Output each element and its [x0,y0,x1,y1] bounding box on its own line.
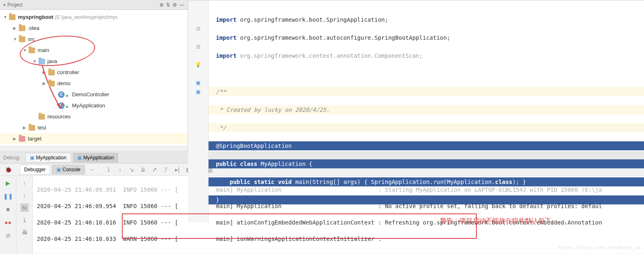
tree-label: demo [57,80,71,86]
tree-path: (E:\java_work\myproject\mys [55,14,117,20]
tab-label: MyApplication [36,155,67,161]
print-icon[interactable]: 🖶 [20,228,29,236]
console-area: ▶ ❚❚ ■ ●● ⊘ ↑ ↓ ⇆ ⤓ 🖶 2020-04-25 21:46:0… [0,176,644,254]
debugger-tab[interactable]: Debugger [20,165,50,175]
drop-frame-icon[interactable]: ⤴ [161,165,171,175]
source-folder-icon [38,59,45,64]
console-line: 2020-04-25 21:46:09.951 INFO 15060 --- [… [37,186,640,194]
stop-icon[interactable]: ■ [4,205,12,213]
tree-java[interactable]: ▼ java [0,56,188,67]
project-collapse-icon[interactable]: ▾ [3,2,6,8]
tree-label: controller [57,69,79,75]
step-over-icon[interactable]: ⤵ [104,165,114,175]
chevron-down-icon[interactable]: ▼ [33,59,38,64]
view-breakpoints-icon[interactable]: ●● [4,218,12,227]
chevron-right-icon[interactable]: ▶ [43,70,48,75]
project-header: ▾ Project ⊕ ⇅ ⚙ — [0,0,188,10]
console-side-toolbar: ↑ ↓ ⇆ ⤓ 🖶 [16,176,33,254]
folder-icon [29,48,35,53]
tree-label: resources [47,113,71,120]
debug-side-toolbar: ▶ ❚❚ ■ ●● ⊘ [0,176,16,254]
project-header-title: Project [7,2,159,8]
tree-label: test [38,125,46,131]
console-tab[interactable]: ▣Console [52,165,85,175]
tree-label: myspringboot [18,14,54,20]
tree-label: DemoController [72,91,109,98]
tree-label: .idea [28,25,39,31]
scroll-to-end-icon[interactable]: ⤓ [20,216,29,224]
step-down-icon[interactable]: ↓ [115,165,125,175]
tree-label: src [28,36,35,42]
scroll-down-icon[interactable]: ↓ [20,191,29,200]
pause-icon[interactable]: ❚❚ [4,192,12,200]
tree-label: java [47,58,57,64]
output-arrow-icon[interactable]: → [87,165,96,175]
tree-demo-controller[interactable]: C ▸ DemoController [0,89,188,100]
runnable-icon: ▸ [66,93,70,97]
folder-icon [19,25,25,31]
mute-breakpoints-icon[interactable]: ⊘ [4,231,12,240]
soft-wrap-icon[interactable]: ⇆ [20,204,29,212]
tree-idea[interactable]: ▶ .idea [0,23,188,34]
project-tool-window: ▾ Project ⊕ ⇅ ⚙ — ▼ myspringboot (E:\jav… [0,0,188,152]
bug-icon[interactable]: 🐞 [4,166,12,174]
tree-label: main [38,47,49,53]
module-icon [9,14,16,20]
project-settings-icon[interactable]: ⊕ [159,2,164,8]
runnable-icon: ▸ [66,104,70,108]
package-icon [48,81,55,86]
chevron-down-icon[interactable]: ▼ [3,15,9,19]
horizontal-scrollbar[interactable] [0,146,188,152]
intention-bulb-icon[interactable]: 💡 [188,60,208,69]
force-step-icon[interactable]: ⇊ [138,165,148,175]
console-output[interactable]: 2020-04-25 21:46:09.951 INFO 15060 --- [… [33,176,644,254]
tree-src[interactable]: ▼ src [0,34,188,45]
tree-label: target [28,136,41,142]
step-out-icon[interactable]: ↗ [150,165,159,175]
run-config-tab-1[interactable]: ▣ MyApplication [25,153,71,163]
watermark: https://blog.csdn.net/Annie_ya [559,244,640,252]
tree-my-application[interactable]: C ▸ MyApplication [0,100,188,111]
class-icon: C [58,102,65,109]
folder-icon [29,125,35,131]
run-to-cursor-icon[interactable]: ▸| [173,165,182,175]
annotation-warning-text: 警告：项目启动不能放在组件默认包下。。。 [440,217,571,225]
editor-panel: C DemoController.java × C MyApplication.… [188,0,644,152]
package-icon [48,70,55,75]
tree-test[interactable]: ▶ test [0,122,188,133]
scroll-up-icon[interactable]: ↑ [20,179,29,187]
tree-demo[interactable]: ▶ demo [0,78,188,89]
folder-icon [19,36,25,42]
chevron-down-icon[interactable]: ▼ [13,37,19,41]
console-line: 2020-04-25 21:46:09.954 INFO 15060 --- [… [37,202,640,210]
chevron-right-icon[interactable]: ▶ [13,26,19,30]
debug-label: Debug: [3,154,20,161]
class-icon: C [58,91,65,98]
chevron-right-icon[interactable]: ▶ [13,136,19,141]
annotation-warning-box [122,213,477,239]
step-into-icon[interactable]: ↘ [127,165,137,175]
excluded-folder-icon [19,136,25,142]
tree-controller[interactable]: ▶ controller [0,67,188,78]
tree-root[interactable]: ▼ myspringboot (E:\java_work\myproject\m… [0,11,188,23]
resources-folder-icon [38,114,45,120]
tab-label: MyApplication [83,155,114,161]
tree-target[interactable]: ▶ target [0,133,188,144]
tree-resources[interactable]: resources [0,111,188,122]
project-options-icon[interactable]: ⇅ [166,2,170,8]
chevron-down-icon[interactable]: ▼ [23,48,29,52]
project-tree: ▼ myspringboot (E:\java_work\myproject\m… [0,10,188,146]
chevron-right-icon[interactable]: ▶ [23,125,29,130]
gutter-run-icon[interactable]: ▣ [188,87,208,96]
gutter-run-icon[interactable]: ▣ [188,78,208,87]
run-config-tab-2[interactable]: ▣ MyApplication [73,153,119,163]
tree-main[interactable]: ▼ main [0,45,188,56]
resume-icon[interactable]: ▶ [4,179,12,187]
project-gear-icon[interactable]: ⚙ [173,2,177,8]
tree-label: MyApplication [72,102,105,109]
project-hide-icon[interactable]: — [180,2,184,8]
chevron-right-icon[interactable]: ▶ [43,81,48,86]
